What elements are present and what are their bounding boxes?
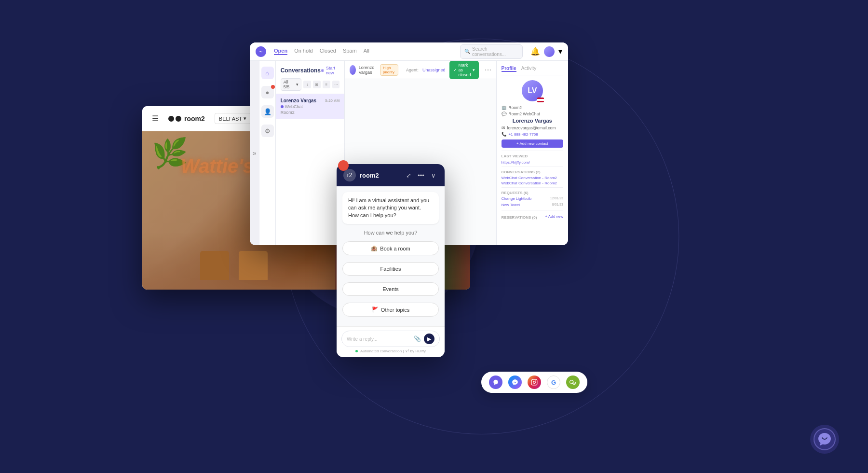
crm-chevron-down-icon[interactable]: ▾ [558, 47, 562, 56]
crm-conversation-item[interactable]: Lorenzo Vargas 5:20 AM WebChat Room2 [276, 94, 345, 119]
crm-add-contact-button[interactable]: + Add new contact [502, 139, 563, 148]
crm-tab-spam[interactable]: Spam [343, 48, 357, 55]
crm-profile-panel: Profile Activity LV 🏢 Room2 💬 Room2 WebC… [496, 61, 568, 245]
crm-conv-link-2[interactable]: WebChat Conversation - Room2 [502, 181, 563, 185]
chat-header-info: r2 room2 [343, 169, 379, 181]
crm-conv-link-1[interactable]: WebChat Conversation - Room2 [502, 176, 563, 180]
crm-tab-closed[interactable]: Closed [320, 48, 336, 55]
crm-conv-item-name-row: Lorenzo Vargas 5:20 AM [281, 98, 340, 103]
channel-hijiffy-icon[interactable] [489, 376, 502, 389]
chat-option-other-topics[interactable]: 🚩 Other topics [342, 303, 439, 317]
chat-more-icon[interactable]: ••• [417, 171, 425, 180]
crm-search-placeholder: Search conversations... [472, 46, 518, 57]
svg-point-7 [573, 383, 574, 383]
chat-widget-title: room2 [360, 172, 379, 179]
crm-user-avatar[interactable] [544, 46, 555, 57]
crm-filter-all-chip[interactable]: All 5/5 ▾ [281, 78, 302, 91]
channel-icons-bar: G [481, 372, 587, 393]
chat-option-book-room[interactable]: 🏨 Book a room [342, 241, 439, 255]
chat-widget-header: r2 room2 ⤢ ••• ∨ [337, 164, 445, 186]
crm-profile-company-row: 🏢 Room2 [502, 105, 563, 110]
chat-option-book-label: Book a room [380, 246, 410, 251]
crm-nav-users-icon[interactable]: 👤 [261, 105, 274, 118]
chat-send-button[interactable]: ▶ [424, 334, 434, 344]
crm-contact-name-toolbar: Lorenzo Vargas [359, 65, 377, 75]
crm-start-new-button[interactable]: ⊕ Start new [321, 66, 339, 75]
crm-profile-company-icon: 🏢 [502, 105, 507, 110]
crm-divider-3 [502, 187, 563, 188]
hotel-location[interactable]: BELFAST ▾ [215, 113, 251, 124]
crm-chat-toolbar: Lorenzo Vargas High priority Agent: Unas… [345, 61, 496, 79]
chat-option-events[interactable]: Events [342, 282, 439, 296]
crm-search-bar[interactable]: 🔍 Search conversations... [460, 44, 523, 59]
crm-tab-all[interactable]: All [364, 48, 369, 55]
crm-more-options-icon[interactable]: ⋯ [485, 66, 491, 74]
chat-expand-icon[interactable]: ⤢ [404, 171, 413, 180]
chat-option-facilities[interactable]: Facilities [342, 262, 439, 276]
chat-question-prompt: How can we help you? [342, 230, 439, 236]
crm-conversations-title-row: Conversations ⊕ Start new [281, 66, 340, 75]
channel-messenger-icon[interactable] [508, 376, 522, 389]
crm-mark-closed-button[interactable]: ✓ Mark as closed ▾ [449, 61, 479, 79]
crm-priority-badge: High priority [380, 64, 398, 76]
hijiffy-brand-logo [813, 427, 837, 451]
chat-close-icon[interactable]: ∨ [429, 171, 438, 180]
crm-filter-grid-icon[interactable]: ⊞ [313, 81, 321, 88]
crm-agent-value[interactable]: Unassigned [422, 68, 446, 72]
channel-instagram-icon[interactable] [528, 376, 541, 389]
chat-header-logo: r2 [343, 169, 356, 181]
crm-start-new-icon: ⊕ [321, 68, 325, 73]
crm-tabs: Open On hold Closed Spam All [274, 48, 369, 55]
crm-conversations-panel: Conversations ⊕ Start new All 5/5 ▾ ↕ ⊞ [276, 61, 345, 245]
crm-conv-source1: WebChat [285, 104, 303, 109]
hijiffy-logo-container [810, 425, 839, 454]
hotel-hamburger-icon[interactable]: ☰ [152, 114, 159, 123]
svg-point-1 [533, 381, 536, 384]
crm-filter-channel-icon[interactable]: ≡ [323, 81, 330, 88]
crm-nav-home-icon[interactable]: ⌂ [261, 67, 274, 79]
crm-filter-options-icon[interactable]: ⋯ [332, 81, 340, 88]
crm-request-2-label[interactable]: New Towel [502, 203, 520, 207]
chat-attachment-icon[interactable]: 📎 [414, 335, 421, 342]
crm-agent-info: Lorenzo Vargas High priority [350, 64, 398, 76]
crm-expand-sidebar-button[interactable]: » [250, 61, 259, 245]
crm-notification-icon[interactable]: 🔔 [530, 47, 540, 56]
crm-profile-avatar: LV [522, 80, 543, 101]
crm-last-viewed-url[interactable]: https://hijffy.com/ [502, 160, 530, 165]
chat-input-row[interactable]: Write a reply... 📎 ▶ [341, 331, 440, 347]
crm-nav-notification-icon[interactable]: ● [261, 86, 274, 98]
chat-widget-footer: Write a reply... 📎 ▶ Automated conversat… [337, 326, 445, 357]
crm-profile-email-icon: ✉ [502, 125, 505, 130]
crm-add-new-reservation[interactable]: + Add new [545, 214, 563, 219]
channel-google-icon[interactable]: G [547, 376, 560, 389]
crm-filter-sort-icon[interactable]: ↕ [303, 81, 311, 88]
chat-option-other-icon: 🚩 [372, 306, 379, 313]
hotel-location-chevron: ▾ [244, 115, 246, 122]
hotel-logo-dot-1 [168, 116, 174, 122]
crm-profile-tab-profile[interactable]: Profile [502, 66, 516, 72]
instagram-logo-svg [531, 379, 538, 386]
wechat-logo-svg [569, 379, 577, 386]
hotel-logo-dots [168, 116, 181, 122]
messenger-logo-svg [512, 379, 518, 386]
hotel-logo: room2 [168, 115, 205, 123]
crm-profile-tabs: Profile Activity [502, 66, 563, 75]
crm-filter-chevron-icon: ▾ [296, 82, 298, 87]
crm-conv-source2: Room2 [281, 110, 295, 115]
crm-logo: ~ [256, 46, 266, 57]
chat-option-book-icon: 🏨 [371, 245, 378, 251]
crm-conv-source-dot [281, 105, 284, 108]
channel-wechat-icon[interactable] [566, 376, 580, 389]
crm-profile-avatar-row: LV [502, 80, 563, 101]
chat-reply-input[interactable]: Write a reply... [347, 336, 411, 342]
crm-profile-source-row: 💬 Room2 WebChat [502, 111, 563, 116]
crm-nav-settings-icon[interactable]: ⚙ [261, 125, 274, 137]
crm-request-1-label[interactable]: Change Lightbulb [502, 196, 532, 201]
svg-point-4 [570, 382, 571, 382]
google-letter: G [551, 379, 556, 386]
crm-tab-on-hold[interactable]: On hold [294, 48, 313, 55]
crm-tab-open[interactable]: Open [274, 48, 287, 55]
crm-profile-phone[interactable]: +1 888-482-7768 [509, 132, 538, 137]
crm-profile-source: Room2 WebChat [509, 111, 540, 116]
crm-profile-tab-activity[interactable]: Activity [521, 66, 537, 72]
